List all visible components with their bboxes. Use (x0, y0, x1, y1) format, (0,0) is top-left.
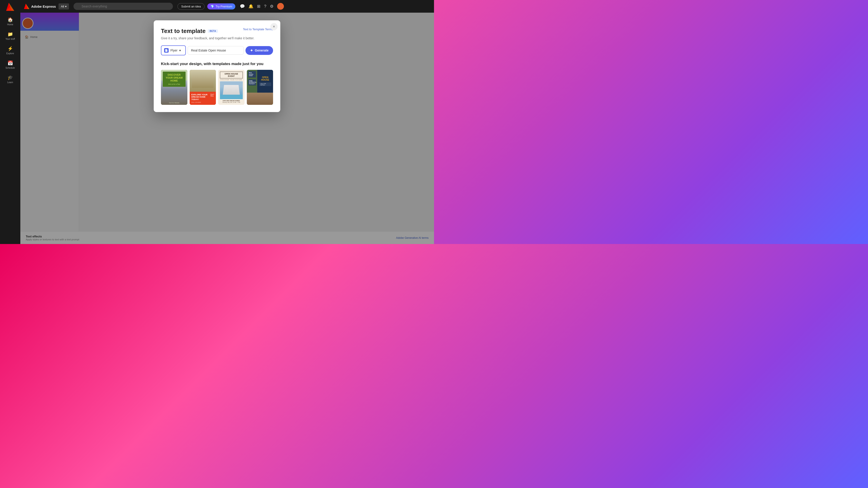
t4-right: OPEN HOUSE CALL FOR DETAILS (257, 70, 273, 93)
kickstart-title: Kick-start your design, with templates m… (161, 62, 273, 66)
home-icon: 🏠 (7, 17, 13, 22)
premium-gem-icon: 💎 (211, 5, 214, 8)
adobe-nav-logo (24, 4, 29, 9)
template-card-1[interactable]: DISCOVER YOUR DREAM HOME Join us for a T… (161, 70, 187, 105)
t3-inner: Open House Event DISCOVER YOUR FUTURE EX… (218, 70, 245, 105)
sidebar-item-learn[interactable]: 🎓 Learn (2, 72, 18, 86)
app-logo: Adobe Express (24, 4, 56, 9)
schedule-icon: 📅 (7, 60, 13, 66)
submit-idea-button[interactable]: Submit an idea (178, 3, 205, 10)
apps-grid-icon[interactable]: ⊞ (257, 4, 260, 9)
text-to-template-modal: × Text to template BETA Text to Template… (154, 20, 280, 112)
sidebar: 🏠 Home 📁 Your stuff ⚡ Explore 📅 Schedule… (0, 0, 20, 244)
help-icon[interactable]: ? (264, 4, 266, 9)
folder-icon: 📁 (7, 31, 13, 37)
modal-title: Text to template (161, 28, 206, 35)
t3-date: Saturday, May 12th | 10 AM – 4 PM (220, 102, 243, 103)
all-label: All (61, 5, 64, 8)
sidebar-item-home-label: Home (7, 23, 13, 26)
adobe-logo (6, 3, 14, 11)
templates-grid: DISCOVER YOUR DREAM HOME Join us for a T… (161, 70, 273, 105)
sidebar-item-schedule[interactable]: 📅 Schedule (2, 58, 18, 71)
try-premium-button[interactable]: 💎 Try Premium (207, 3, 235, 9)
sidebar-item-learn-label: Learn (7, 81, 13, 84)
t3-pool (220, 95, 243, 99)
t3-footer: EXPLORE DREAM HOMES (220, 100, 243, 101)
chevron-down-icon: ▾ (65, 5, 67, 8)
learn-icon: 🎓 (7, 75, 13, 80)
sidebar-item-home[interactable]: 🏠 Home (2, 14, 18, 28)
search-input[interactable] (73, 3, 173, 10)
t2-orange-box: EXPLORE YOUR DREAM HOME TODAY! CALL US N… (190, 92, 216, 105)
t1-footer: Visit Our Website (161, 102, 187, 103)
t3-discover: DISCOVER YOUR FUTURE (220, 79, 243, 80)
t4-label-2: PRIME RESIDENTIAL PROPERTY (248, 79, 256, 86)
sidebar-item-schedule-label: Schedule (5, 67, 15, 69)
generate-icon: ✦ (250, 48, 253, 53)
template-card-2[interactable]: EXPLORE YOUR DREAM HOME TODAY! CALL US N… (190, 70, 216, 105)
navbar-icons: 💬 🔔 ⊞ ? ⚙ (240, 3, 284, 10)
t1-green-overlay: DISCOVER YOUR DREAM HOME Join us for a T… (163, 72, 186, 87)
try-premium-label: Try Premium (215, 5, 232, 8)
app-name: Adobe Express (31, 4, 56, 8)
terms-link[interactable]: Text to Template Terms (243, 28, 273, 31)
chat-icon[interactable]: 💬 (240, 4, 245, 9)
t2-call: CALL US NOW! (191, 102, 211, 103)
t2-dont-miss: Don't Miss (211, 94, 214, 97)
template-text-input[interactable] (188, 46, 244, 55)
t2-headline: EXPLORE YOUR DREAM HOME TODAY! (191, 94, 211, 101)
flyer-icon: 📄 (164, 48, 168, 53)
modal-title-row: Text to template BETA (161, 28, 218, 35)
t3-photo (220, 81, 243, 99)
generate-label: Generate (255, 48, 269, 52)
template-card-3[interactable]: Open House Event DISCOVER YOUR FUTURE EX… (218, 70, 245, 105)
sidebar-item-your-stuff[interactable]: 📁 Your stuff (2, 29, 18, 42)
sidebar-item-explore[interactable]: ⚡ Explore (2, 43, 18, 57)
t4-inner: REAL ESTATE EVENT PRIME RESIDENTIAL PROP… (247, 70, 273, 105)
generate-button[interactable]: ✦ Generate (246, 46, 273, 55)
template-input-row: 📄 Flyer ▾ ✦ Generate (161, 45, 273, 55)
t4-left: REAL ESTATE EVENT PRIME RESIDENTIAL PROP… (247, 70, 257, 93)
navbar: Adobe Express All ▾ 🔍 Submit an idea 💎 T… (20, 0, 434, 13)
search-container: 🔍 (73, 3, 173, 10)
t1-subline: Join us for a Tour (164, 84, 184, 85)
sidebar-item-your-stuff-label: Your stuff (5, 38, 15, 40)
beta-badge: BETA (208, 29, 218, 33)
type-dropdown-label: Flyer (170, 48, 178, 52)
t4-open-house: OPEN HOUSE (259, 76, 271, 81)
t4-label-1: REAL ESTATE EVENT (248, 71, 256, 77)
explore-icon: ⚡ (7, 46, 13, 51)
modal-header: Text to template BETA Text to Template T… (161, 28, 273, 35)
user-avatar[interactable] (277, 3, 284, 10)
settings-icon[interactable]: ⚙ (270, 4, 274, 9)
t3-event-title: Open House Event (220, 72, 243, 78)
sidebar-item-explore-label: Explore (6, 52, 14, 55)
bell-icon[interactable]: 🔔 (248, 4, 253, 9)
template-1-inner: DISCOVER YOUR DREAM HOME Join us for a T… (161, 70, 187, 105)
modal-subtitle: Give it a try, share your feedback, and … (161, 36, 273, 40)
modal-close-button[interactable]: × (270, 23, 278, 30)
t1-heading: DISCOVER YOUR DREAM HOME (164, 73, 184, 83)
t4-bottom-photo (247, 93, 273, 105)
t2-kitchen-detail (192, 72, 214, 88)
type-dropdown[interactable]: 📄 Flyer ▾ (161, 45, 186, 55)
type-dropdown-chevron: ▾ (179, 48, 181, 52)
template-card-4[interactable]: REAL ESTATE EVENT PRIME RESIDENTIAL PROP… (247, 70, 273, 105)
t4-top: REAL ESTATE EVENT PRIME RESIDENTIAL PROP… (247, 70, 273, 93)
t4-call-details: CALL FOR DETAILS (259, 83, 271, 86)
all-filter-dropdown[interactable]: All ▾ (59, 3, 69, 9)
